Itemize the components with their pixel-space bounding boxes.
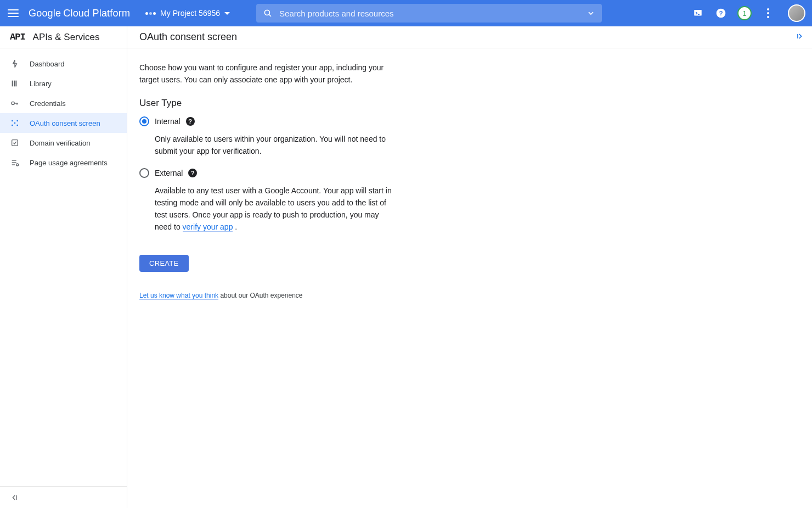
radio-icon — [139, 116, 149, 126]
intro-text: Choose how you want to configure and reg… — [139, 62, 392, 86]
svg-point-13 — [12, 120, 13, 122]
radio-icon — [139, 168, 149, 178]
sidebar-collapse[interactable] — [0, 486, 127, 508]
feedback-link[interactable]: Let us know what you think — [139, 292, 218, 300]
help-icon[interactable]: ? — [188, 169, 197, 177]
sidebar-item-label: Dashboard — [30, 60, 65, 68]
hamburger-icon[interactable] — [7, 7, 20, 20]
sidebar-item-label: Library — [30, 80, 52, 88]
search-icon — [263, 8, 273, 18]
agreements-icon — [10, 158, 20, 168]
user-type-external-radio[interactable]: External ? — [139, 168, 532, 178]
sidebar-title: APIs & Services — [33, 32, 100, 43]
svg-rect-18 — [12, 140, 18, 146]
key-icon — [10, 98, 20, 108]
brand-rest: Cloud Platform — [63, 8, 130, 19]
project-picker[interactable]: My Project 56956 — [141, 7, 234, 20]
caret-down-icon — [224, 12, 230, 15]
verify-app-link[interactable]: verify your app — [183, 222, 233, 232]
svg-point-16 — [16, 120, 18, 122]
search-bar[interactable] — [256, 4, 602, 23]
svg-point-14 — [14, 122, 16, 124]
sidebar-item-label: Domain verification — [30, 139, 91, 147]
external-desc-post: . — [235, 222, 237, 231]
library-icon — [10, 79, 20, 88]
dashboard-icon — [10, 59, 20, 69]
external-description: Available to any test user with a Google… — [155, 185, 396, 233]
svg-line-1 — [269, 14, 271, 16]
svg-point-10 — [12, 102, 14, 104]
svg-point-0 — [264, 10, 269, 15]
more-menu-icon[interactable] — [762, 7, 775, 20]
chevron-down-icon[interactable] — [587, 9, 595, 18]
search-input[interactable] — [279, 9, 580, 18]
info-panel-toggle[interactable] — [796, 32, 804, 41]
svg-text:?: ? — [719, 9, 723, 16]
page-title: OAuth consent screen — [139, 31, 237, 43]
sidebar-item-label: Page usage agreements — [30, 159, 108, 167]
internal-description: Only available to users within your orga… — [155, 133, 396, 157]
notifications-badge[interactable]: 1 — [737, 6, 752, 20]
help-icon[interactable]: ? — [186, 117, 195, 126]
verify-icon — [10, 138, 20, 148]
sidebar-item-credentials[interactable]: Credentials — [0, 93, 127, 113]
radio-label: Internal — [155, 117, 181, 126]
svg-marker-6 — [13, 60, 17, 67]
svg-point-17 — [16, 125, 18, 126]
create-button[interactable]: CREATE — [139, 255, 189, 272]
svg-rect-7 — [12, 81, 13, 87]
feedback-rest: about our OAuth experience — [218, 292, 302, 299]
sidebar-item-library[interactable]: Library — [0, 74, 127, 93]
sidebar-item-domain-verification[interactable]: Domain verification — [0, 133, 127, 153]
section-title: User Type — [139, 98, 532, 109]
feedback-line: Let us know what you think about our OAu… — [139, 292, 532, 299]
sidebar-item-label: OAuth consent screen — [30, 119, 100, 127]
brand-bold: Google — [29, 8, 61, 19]
account-avatar[interactable] — [788, 4, 805, 22]
project-name: My Project 56956 — [160, 9, 220, 18]
sidebar-item-dashboard[interactable]: Dashboard — [0, 54, 127, 74]
notification-count: 1 — [742, 9, 746, 18]
page-title-bar: OAuth consent screen — [127, 26, 812, 48]
svg-point-22 — [16, 164, 19, 166]
sidebar-item-page-usage[interactable]: Page usage agreements — [0, 153, 127, 172]
svg-rect-9 — [15, 81, 16, 87]
sidebar-item-label: Credentials — [30, 99, 66, 108]
cloud-shell-icon[interactable] — [691, 7, 704, 20]
sidebar-header: API APIs & Services — [0, 26, 127, 48]
user-type-internal-radio[interactable]: Internal ? — [139, 116, 532, 126]
api-icon: API — [10, 32, 25, 42]
consent-icon — [10, 118, 20, 128]
project-dots-icon — [145, 12, 156, 15]
sidebar-item-oauth-consent[interactable]: OAuth consent screen — [0, 113, 127, 133]
help-icon[interactable]: ? — [714, 7, 728, 20]
svg-rect-8 — [14, 81, 15, 87]
svg-point-15 — [12, 125, 13, 126]
brand-logo[interactable]: Google Cloud Platform — [29, 8, 130, 19]
radio-label: External — [155, 169, 183, 177]
